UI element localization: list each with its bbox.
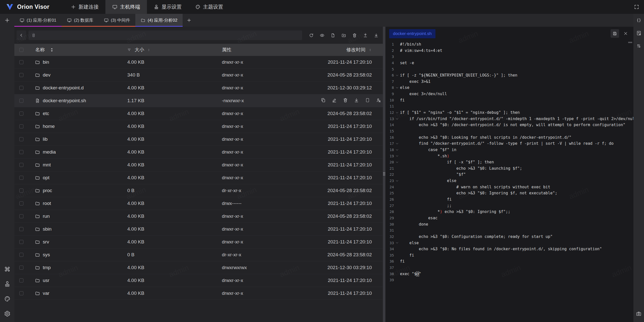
new-file-button[interactable] bbox=[328, 30, 338, 40]
table-row[interactable]: var4.00 KBdrwxr-xr-x2021-11-24 17:20:10 bbox=[14, 287, 383, 300]
table-row[interactable]: lib4.00 KBdrwxr-xr-x2021-11-24 17:20:10 bbox=[14, 133, 383, 146]
fold-chevron-down-icon[interactable] bbox=[394, 117, 400, 121]
close-button[interactable] bbox=[621, 29, 630, 38]
file-name-cell[interactable]: root bbox=[28, 201, 120, 206]
chevron-down-icon[interactable] bbox=[395, 74, 399, 77]
row-checkbox[interactable] bbox=[19, 176, 23, 180]
nav-item-主机终端[interactable]: 主机终端 bbox=[105, 0, 147, 14]
row-checkbox[interactable] bbox=[19, 86, 23, 90]
file-name-cell[interactable]: usr bbox=[28, 278, 120, 283]
swap-vertical-button[interactable] bbox=[633, 40, 644, 52]
chevron-down-icon[interactable] bbox=[395, 117, 399, 121]
fullscreen-button[interactable] bbox=[632, 0, 641, 14]
row-checkbox[interactable] bbox=[19, 73, 23, 77]
row-checkbox[interactable] bbox=[19, 124, 23, 128]
file-name-cell[interactable]: mnt bbox=[28, 162, 120, 168]
table-row[interactable]: usr4.00 KBdrwxr-xr-x2021-11-24 17:20:10 bbox=[14, 274, 383, 287]
row-checkbox[interactable] bbox=[19, 189, 23, 193]
tab-(1) 应用-分析01[interactable]: (1) 应用-分析01 bbox=[14, 14, 62, 27]
trash-action-button[interactable] bbox=[343, 98, 348, 104]
file-name-cell[interactable]: sbin bbox=[28, 226, 120, 232]
file-name-cell[interactable]: bin bbox=[28, 59, 120, 65]
stamp-button[interactable] bbox=[4, 281, 11, 288]
chevron-down-icon[interactable] bbox=[395, 241, 399, 244]
copy-action-button[interactable] bbox=[321, 98, 326, 104]
table-row[interactable]: sys0 Bdr-xr-xr-x2024-05-28 23:58:02 bbox=[14, 248, 383, 261]
table-row[interactable]: bin4.00 KBdrwxr-xr-x2021-11-24 17:20:10 bbox=[14, 56, 383, 69]
code-editor-content[interactable]: 1#!/bin/sh2# vim:sw=4:ts=4:et34set -e56i… bbox=[385, 41, 633, 322]
plus-icon[interactable] bbox=[4, 17, 10, 23]
users-action-button[interactable] bbox=[376, 98, 381, 104]
row-checkbox[interactable] bbox=[19, 163, 23, 167]
file-name-cell[interactable]: var bbox=[28, 291, 120, 296]
fold-chevron-down-icon[interactable] bbox=[394, 74, 400, 77]
row-checkbox[interactable] bbox=[19, 214, 23, 218]
tab-(4) 应用-分析02[interactable]: (4) 应用-分析02 bbox=[135, 14, 183, 27]
chevron-down-icon[interactable] bbox=[395, 154, 399, 158]
doc-bookmark-button[interactable] bbox=[633, 27, 644, 40]
chevron-down-icon[interactable] bbox=[395, 148, 399, 152]
table-row[interactable]: run4.00 KBdrwxr-xr-x2024-05-28 23:58:02 bbox=[14, 210, 383, 223]
file-name-cell[interactable]: sys bbox=[28, 252, 120, 258]
row-checkbox[interactable] bbox=[19, 253, 23, 257]
table-row[interactable]: docker-entrypoint.sh1.17 KB-rwxrwxr-x bbox=[14, 94, 383, 107]
filter-icon[interactable] bbox=[127, 48, 131, 52]
row-checkbox[interactable] bbox=[19, 60, 23, 64]
command-button[interactable] bbox=[4, 266, 11, 273]
fold-chevron-down-icon[interactable] bbox=[394, 111, 400, 114]
table-row[interactable]: tmp4.00 KBdrwxrwxrwx2021-12-30 03:29:10 bbox=[14, 261, 383, 274]
nav-item-主题设置[interactable]: 主题设置 bbox=[188, 0, 230, 14]
new-folder-button[interactable] bbox=[339, 30, 348, 40]
nav-item-显示设置[interactable]: 显示设置 bbox=[147, 0, 188, 14]
chevron-down-icon[interactable] bbox=[395, 111, 399, 114]
sidebar-add-button[interactable] bbox=[0, 14, 14, 27]
nav-item-新建连接[interactable]: 新建连接 bbox=[64, 0, 105, 14]
file-name-cell[interactable]: media bbox=[28, 149, 120, 155]
row-checkbox[interactable] bbox=[19, 201, 23, 205]
file-name-cell[interactable]: tmp bbox=[28, 265, 120, 270]
row-checkbox[interactable] bbox=[19, 240, 23, 244]
table-row[interactable]: dev340 Bdrwxr-xr-x2024-05-28 23:58:02 bbox=[14, 69, 383, 82]
table-row[interactable]: srv4.00 KBdrwxr-xr-x2021-11-24 17:20:10 bbox=[14, 236, 383, 248]
table-row[interactable]: root4.00 KBdrwx------2021-11-24 17:20:10 bbox=[14, 197, 383, 210]
fold-chevron-down-icon[interactable] bbox=[394, 86, 400, 89]
upload-button[interactable] bbox=[360, 30, 370, 40]
download-action-button[interactable] bbox=[354, 98, 359, 104]
trash-button[interactable] bbox=[350, 30, 359, 40]
download-button[interactable] bbox=[371, 30, 381, 40]
file-name-cell[interactable]: run bbox=[28, 213, 120, 219]
row-checkbox[interactable] bbox=[19, 137, 23, 141]
file-name-cell[interactable]: docker-entrypoint.d bbox=[28, 85, 120, 91]
back-button[interactable] bbox=[17, 30, 26, 40]
column-header-mtime[interactable]: 修改时间 bbox=[321, 47, 383, 53]
new-tab-button[interactable] bbox=[183, 14, 195, 27]
row-checkbox[interactable] bbox=[19, 291, 23, 295]
table-row[interactable]: opt4.00 KBdrwxr-xr-x2021-11-24 17:20:10 bbox=[14, 171, 383, 184]
file-name-cell[interactable]: lib bbox=[28, 136, 120, 142]
chevron-down-icon[interactable] bbox=[395, 86, 399, 89]
row-checkbox[interactable] bbox=[19, 150, 23, 154]
tab-(3) 中间件[interactable]: (3) 中间件 bbox=[99, 14, 136, 27]
chevron-down-icon[interactable] bbox=[395, 142, 399, 145]
open-file-tab[interactable]: docker-entrypoint.sh bbox=[389, 29, 435, 38]
tab-(2) 数据库[interactable]: (2) 数据库 bbox=[62, 14, 99, 27]
table-row[interactable]: home4.00 KBdrwxr-xr-x2021-11-24 17:20:10 bbox=[14, 120, 383, 133]
table-row[interactable]: proc0 Bdr-xr-xr-x2024-05-28 23:58:02 bbox=[14, 184, 383, 197]
column-header-size[interactable]: 大小 bbox=[120, 47, 215, 53]
chevron-down-icon[interactable] bbox=[395, 161, 399, 164]
edit-action-button[interactable] bbox=[332, 98, 337, 104]
gear-button[interactable] bbox=[4, 310, 11, 318]
sort-icon[interactable] bbox=[369, 48, 372, 52]
camera-button[interactable] bbox=[636, 311, 641, 317]
file-name-cell[interactable]: etc bbox=[28, 111, 120, 116]
save-button[interactable] bbox=[611, 29, 619, 38]
fold-chevron-down-icon[interactable] bbox=[394, 142, 400, 145]
row-checkbox[interactable] bbox=[19, 278, 23, 282]
row-checkbox[interactable] bbox=[19, 112, 23, 116]
braces-button[interactable] bbox=[633, 14, 644, 27]
file-name-cell[interactable]: srv bbox=[28, 239, 120, 245]
file-name-cell[interactable]: docker-entrypoint.sh bbox=[28, 98, 120, 103]
fold-chevron-down-icon[interactable] bbox=[394, 148, 400, 152]
palette-button[interactable] bbox=[4, 296, 11, 303]
move-action-button[interactable] bbox=[365, 98, 370, 104]
